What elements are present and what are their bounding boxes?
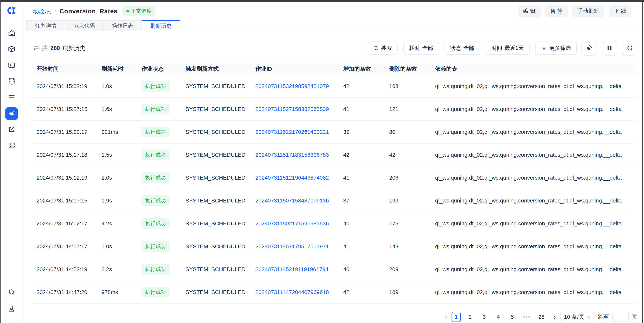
edit-button[interactable]: 编 辑 bbox=[518, 5, 541, 17]
cell-dependent-tables: ql_ws.quning.dt_02,ql_ws.quning.conversi… bbox=[432, 83, 640, 89]
page-size-select[interactable]: 10 条/页 bbox=[560, 312, 594, 322]
columns-icon bbox=[606, 44, 613, 52]
page-button[interactable]: 5 bbox=[508, 312, 517, 322]
breadcrumb-parent[interactable]: 动态表 bbox=[33, 7, 51, 15]
column-settings-button[interactable] bbox=[602, 41, 617, 56]
cell-job-id: 202407311502171596981536 bbox=[252, 220, 340, 227]
window-scrollbar[interactable] bbox=[642, 0, 643, 323]
cell-start-time: 2024/07/31 15:02:17 bbox=[33, 220, 98, 227]
cell-deleted: 209 bbox=[386, 266, 432, 272]
tab[interactable]: 刷新历史 bbox=[142, 20, 180, 31]
page-button[interactable]: 28 bbox=[537, 312, 546, 322]
sidebar-item-search[interactable] bbox=[5, 286, 18, 299]
success-badge: 执行成功 bbox=[142, 81, 170, 92]
cell-dependent-tables: ql_ws.quning.dt_02,ql_ws.quning.conversi… bbox=[432, 289, 640, 295]
page-title: Conversion_Rates bbox=[60, 8, 118, 15]
sidebar-item-assets[interactable] bbox=[5, 43, 18, 56]
cell-deleted: 199 bbox=[386, 198, 432, 204]
job-id-link[interactable]: 202407311447204407969618 bbox=[256, 289, 329, 295]
table-row: 2024/07/31 15:02:17 4.2s 执行成功 SYSTEM_SCH… bbox=[33, 212, 640, 235]
job-id-link[interactable]: 202407311512196443874082 bbox=[256, 174, 329, 181]
cell-status: 执行成功 bbox=[138, 195, 182, 206]
page-button[interactable]: 1 bbox=[452, 312, 461, 322]
database-icon bbox=[8, 77, 16, 86]
cell-dependent-tables: ql_ws.quning.dt_02,ql_ws.quning.conversi… bbox=[432, 174, 640, 181]
cell-dependent-tables: ql_ws.quning.dt_02,ql_ws.quning.conversi… bbox=[432, 106, 640, 112]
refresh-icon bbox=[626, 44, 633, 52]
cell-added: 40 bbox=[340, 220, 386, 227]
cell-trigger: SYSTEM_SCHEDULED bbox=[182, 83, 252, 89]
tab[interactable]: 节点代码 bbox=[65, 20, 104, 31]
page-button[interactable]: 3 bbox=[480, 312, 489, 322]
radar-icon bbox=[8, 110, 16, 118]
cell-dependent-tables: ql_ws.quning.dt_02,ql_ws.quning.conversi… bbox=[432, 243, 640, 250]
search-button[interactable]: 搜索 bbox=[367, 42, 398, 55]
tab-bar: 任务详情 节点代码 操作日志 刷新历史 bbox=[24, 20, 644, 31]
filter-duration[interactable]: 耗时 全部 bbox=[404, 42, 439, 55]
page-button[interactable]: 4 bbox=[494, 312, 503, 322]
success-badge: 执行成功 bbox=[142, 264, 170, 275]
page-header: 动态表 / Conversion_Rates 正常调度 编 辑 暂 停 手动刷新… bbox=[24, 2, 644, 20]
sidebar-item-dynamic-table[interactable] bbox=[5, 107, 18, 120]
cell-added: 42 bbox=[340, 152, 386, 158]
offline-button[interactable]: 下 线 bbox=[609, 5, 631, 17]
refresh-history-count: 共 280 刷新历史 bbox=[33, 44, 86, 52]
prev-page-button[interactable]: ‹ bbox=[445, 313, 448, 321]
filter-lines-icon bbox=[541, 45, 547, 51]
pause-button[interactable]: 暂 停 bbox=[545, 5, 568, 17]
job-id-link[interactable]: 202407311502171596981536 bbox=[256, 220, 329, 226]
sidebar-item-resources[interactable] bbox=[5, 139, 18, 152]
table-row: 2024/07/31 14:52:19 3.2s 执行成功 SYSTEM_SCH… bbox=[33, 258, 640, 281]
cell-job-id: 202407311507158487099136 bbox=[252, 198, 340, 204]
search-icon bbox=[373, 45, 379, 51]
cell-duration: 1.0s bbox=[98, 83, 138, 89]
next-page-button[interactable]: › bbox=[553, 313, 556, 321]
cell-start-time: 2024/07/31 15:32:19 bbox=[33, 83, 98, 89]
cell-trigger: SYSTEM_SCHEDULED bbox=[182, 106, 252, 112]
sidebar-item-database[interactable] bbox=[5, 75, 18, 88]
job-id-link[interactable]: 202407311457179517503971 bbox=[256, 243, 329, 249]
manual-refresh-button[interactable]: 手动刷新 bbox=[572, 5, 604, 17]
filter-time[interactable]: 时间 最近1天 bbox=[486, 42, 530, 55]
cell-start-time: 2024/07/31 15:22:17 bbox=[33, 129, 98, 135]
table-header-cell: 删除的条数 bbox=[386, 65, 432, 73]
cell-deleted: 148 bbox=[386, 243, 432, 250]
cell-added: 42 bbox=[340, 289, 386, 295]
sidebar-item-home[interactable] bbox=[5, 27, 18, 40]
reload-button[interactable] bbox=[622, 41, 638, 56]
cell-added: 37 bbox=[340, 198, 386, 204]
job-id-link[interactable]: 202407311517183158306783 bbox=[256, 152, 329, 158]
cell-trigger: SYSTEM_SCHEDULED bbox=[182, 266, 252, 272]
sidebar-item-dev[interactable] bbox=[5, 59, 18, 72]
sidebar-item-tasks[interactable] bbox=[5, 91, 18, 104]
cell-job-id: 202407311452191191961794 bbox=[252, 266, 340, 272]
page-button[interactable]: ••• bbox=[522, 312, 532, 322]
clear-filters-button[interactable] bbox=[582, 41, 597, 56]
sidebar-item-lab[interactable] bbox=[5, 303, 18, 316]
filter-status[interactable]: 状态 全部 bbox=[444, 42, 480, 55]
success-badge: 执行成功 bbox=[142, 218, 170, 229]
jump-suffix-label: 页 bbox=[632, 313, 638, 321]
table-row: 2024/07/31 15:17:18 1.5s 执行成功 SYSTEM_SCH… bbox=[33, 144, 640, 166]
tab[interactable]: 任务详情 bbox=[26, 20, 65, 31]
cell-added: 41 bbox=[340, 106, 386, 112]
sidebar-item-publish[interactable] bbox=[5, 123, 18, 136]
job-id-link[interactable]: 202407311507158487099136 bbox=[256, 198, 329, 204]
cell-dependent-tables: ql_ws.quning.dt_02,ql_ws.quning.conversi… bbox=[432, 220, 640, 227]
cell-duration: 1.5s bbox=[98, 152, 138, 158]
app-logo[interactable] bbox=[7, 6, 16, 15]
job-id-link[interactable]: 202407311532198592451079 bbox=[256, 83, 329, 89]
job-id-link[interactable]: 202407311527158382565539 bbox=[256, 106, 329, 112]
cell-deleted: 80 bbox=[386, 129, 432, 135]
status-badge: 正常调度 bbox=[123, 6, 155, 16]
job-id-link[interactable]: 202407311522170261400221 bbox=[256, 129, 329, 135]
table-header-cell: 刷新耗时 bbox=[98, 65, 138, 73]
jump-page-input[interactable] bbox=[612, 312, 629, 322]
page-button[interactable]: 2 bbox=[466, 312, 475, 322]
more-filters-button[interactable]: 更多筛选 bbox=[535, 42, 577, 55]
table-row: 2024/07/31 14:57:17 1.0s 执行成功 SYSTEM_SCH… bbox=[33, 235, 640, 258]
table-body: 2024/07/31 15:32:19 1.0s 执行成功 SYSTEM_SCH… bbox=[33, 75, 640, 304]
tab[interactable]: 操作日志 bbox=[103, 20, 142, 31]
job-id-link[interactable]: 202407311452191191961794 bbox=[256, 266, 328, 272]
chevron-down-icon bbox=[587, 314, 592, 318]
